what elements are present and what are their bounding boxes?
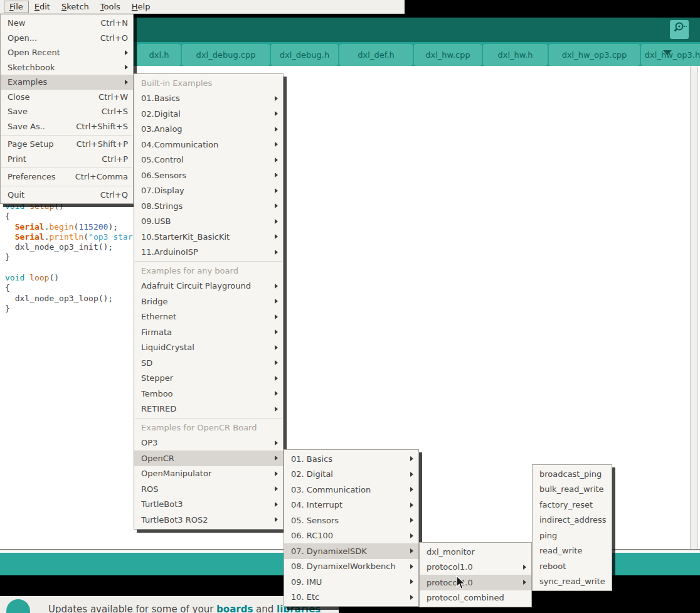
tab-dxl-hw-cpp[interactable]: dxl_hw.cpp — [414, 44, 482, 66]
file-menu-item-open[interactable]: Open...Ctrl+O — [1, 31, 133, 46]
editor-scrollbar[interactable] — [690, 66, 698, 550]
file-menu-item-sketchbook[interactable]: Sketchbook — [1, 60, 133, 75]
examples-item-liquidcrystal[interactable]: LiquidCrystal — [134, 340, 283, 356]
examples-item-opencr[interactable]: OpenCR — [134, 450, 283, 466]
dynamixelsdk-item-protocol2-0[interactable]: protocol2.0 — [420, 575, 531, 590]
opencr-item-03-communication[interactable]: 03. Communication — [284, 482, 418, 498]
examples-item-ros[interactable]: ROS — [134, 481, 283, 497]
protocol2-item-factory-reset[interactable]: factory_reset — [533, 497, 612, 513]
menu-item-label: 04.Communication — [141, 140, 271, 149]
tab-dxl-hw-op3-cpp[interactable]: dxl_hw_op3.cpp — [549, 44, 640, 66]
menu-item-label: Stepper — [141, 373, 271, 383]
menu-item-label: OpenCR — [141, 454, 271, 463]
examples-item-05-control[interactable]: 05.Control — [134, 152, 283, 168]
examples-item-turtlebot3-ros2[interactable]: TurtleBot3 ROS2 — [134, 512, 283, 528]
file-menu-item-save-as[interactable]: Save As..Ctrl+Shift+S — [1, 119, 133, 134]
boards-link[interactable]: boards — [216, 604, 253, 613]
examples-item-02-digital[interactable]: 02.Digital — [134, 106, 283, 122]
examples-item-04-communication[interactable]: 04.Communication — [134, 137, 283, 152]
examples-item-08-strings[interactable]: 08.Strings — [134, 198, 283, 214]
code-line: Serial.begin(115200); — [5, 222, 133, 232]
opencr-item-10-etc[interactable]: 10. Etc — [284, 590, 418, 605]
menu-item-label: sync_read_write — [539, 577, 607, 586]
submenu-arrow-icon — [523, 565, 526, 570]
protocol2-item-sync-read-write[interactable]: sync_read_write — [533, 574, 612, 590]
examples-item-06-sensors[interactable]: 06.Sensors — [134, 168, 283, 183]
protocol2-item-broadcast-ping[interactable]: broadcast_ping — [533, 466, 612, 482]
menu-item-shortcut: Ctrl+O — [100, 33, 128, 43]
file-menu: NewCtrl+NOpen...Ctrl+OOpen RecentSketchb… — [0, 14, 134, 204]
examples-submenu: Built-in Examples01.Basics02.Digital03.A… — [134, 73, 284, 530]
examples-item-07-display[interactable]: 07.Display — [134, 183, 283, 199]
examples-item-03-analog[interactable]: 03.Analog — [134, 122, 283, 137]
serial-monitor-button[interactable] — [670, 20, 689, 39]
menu-item-label: Examples for any board — [141, 266, 278, 275]
file-menu-item-page-setup[interactable]: Page SetupCtrl+Shift+P — [1, 137, 133, 152]
examples-item-ethernet[interactable]: Ethernet — [134, 309, 283, 325]
examples-item-sd[interactable]: SD — [134, 355, 283, 371]
menu-item-label: 10. Etc — [291, 592, 406, 602]
examples-item-openmanipulator[interactable]: OpenManipulator — [134, 466, 283, 482]
file-menu-item-preferences[interactable]: PreferencesCtrl+Comma — [1, 169, 133, 184]
menu-item-shortcut: Ctrl+Comma — [75, 172, 128, 181]
examples-item-stepper[interactable]: Stepper — [134, 371, 283, 386]
tab-dxl-debug-h[interactable]: dxl_debug.h — [271, 44, 338, 66]
menubar-item-help[interactable]: Help — [126, 1, 156, 13]
examples-item-temboo[interactable]: Temboo — [134, 386, 283, 402]
protocol2-item-indirect-address[interactable]: indirect_address — [533, 513, 612, 528]
dynamixelsdk-item-dxl-monitor[interactable]: dxl_monitor — [420, 544, 531, 560]
magnifier-icon — [671, 20, 687, 39]
menu-item-label: ping — [539, 531, 607, 540]
examples-item-10-starterkit-basickit[interactable]: 10.StarterKit_BasicKit — [134, 229, 283, 245]
dynamixelsdk-item-protocol-combined[interactable]: protocol_combined — [420, 590, 531, 606]
opencr-item-04-interrupt[interactable]: 04. Interrupt — [284, 498, 418, 513]
examples-item-turtlebot3[interactable]: TurtleBot3 — [134, 497, 283, 513]
menubar-item-sketch[interactable]: Sketch — [56, 1, 95, 13]
opencr-item-07-dynamixelsdk[interactable]: 07. DynamixelSDK — [284, 543, 418, 559]
examples-item-retired[interactable]: RETIRED — [134, 402, 283, 417]
menubar-item-tools[interactable]: Tools — [95, 1, 126, 13]
examples-separator — [135, 261, 282, 262]
protocol2-item-reboot[interactable]: reboot — [533, 558, 612, 574]
examples-header-built-in-examples: Built-in Examples — [134, 75, 283, 91]
file-menu-item-save[interactable]: SaveCtrl+S — [1, 104, 133, 119]
opencr-item-06-rc100[interactable]: 06. RC100 — [284, 528, 418, 544]
examples-item-11-arduinoisp[interactable]: 11.ArduinoISP — [134, 245, 283, 260]
menu-item-label: OP3 — [141, 438, 271, 447]
file-menu-item-examples[interactable]: Examples — [1, 75, 133, 90]
file-menu-item-new[interactable]: NewCtrl+N — [1, 16, 133, 31]
opencr-item-09-imu[interactable]: 09. IMU — [284, 574, 418, 590]
protocol2-item-ping[interactable]: ping — [533, 528, 612, 543]
examples-item-09-usb[interactable]: 09.USB — [134, 214, 283, 230]
submenu-arrow-icon — [275, 234, 278, 239]
tab-dxl-def-h[interactable]: dxl_def.h — [339, 44, 413, 66]
tab-dxl-hw-h[interactable]: dxl_hw.h — [483, 44, 548, 66]
file-menu-item-quit[interactable]: QuitCtrl+Q — [1, 188, 133, 203]
examples-item-adafruit-circuit-playground[interactable]: Adafruit Circuit Playground — [134, 279, 283, 294]
chevron-down-icon[interactable] — [663, 50, 672, 55]
tab-dxl-debug-cpp[interactable]: dxl_debug.cpp — [182, 44, 270, 66]
code-line: { — [5, 283, 133, 293]
opencr-item-05-sensors[interactable]: 05. Sensors — [284, 513, 418, 528]
examples-item-bridge[interactable]: Bridge — [134, 294, 283, 309]
menu-item-label: Sketchbook — [8, 63, 121, 72]
submenu-arrow-icon — [275, 188, 278, 193]
file-menu-item-open-recent[interactable]: Open Recent — [1, 45, 133, 60]
file-menu-item-close[interactable]: CloseCtrl+W — [1, 90, 133, 105]
opencr-item-02-digital[interactable]: 02. Digital — [284, 467, 418, 482]
examples-item-firmata[interactable]: Firmata — [134, 324, 283, 340]
examples-item-01-basics[interactable]: 01.Basics — [134, 91, 283, 107]
opencr-item-01-basics[interactable]: 01. Basics — [284, 451, 418, 467]
opencr-item-08-dynamixelworkbench[interactable]: 08. DynamixelWorkbench — [284, 559, 418, 575]
dynamixelsdk-item-protocol1-0[interactable]: protocol1.0 — [420, 560, 531, 575]
examples-item-op3[interactable]: OP3 — [134, 435, 283, 451]
menubar-item-edit[interactable]: Edit — [29, 1, 56, 13]
submenu-arrow-icon — [410, 579, 413, 584]
tab-dxl-h[interactable]: dxl.h — [137, 44, 181, 66]
file-menu-item-print[interactable]: PrintCtrl+P — [1, 152, 133, 167]
menubar-item-file[interactable]: File — [4, 1, 29, 13]
menu-item-label: Examples for OpenCR Board — [141, 423, 278, 432]
submenu-arrow-icon — [275, 96, 278, 101]
protocol2-item-read-write[interactable]: read_write — [533, 543, 612, 559]
protocol2-item-bulk-read-write[interactable]: bulk_read_write — [533, 482, 612, 498]
